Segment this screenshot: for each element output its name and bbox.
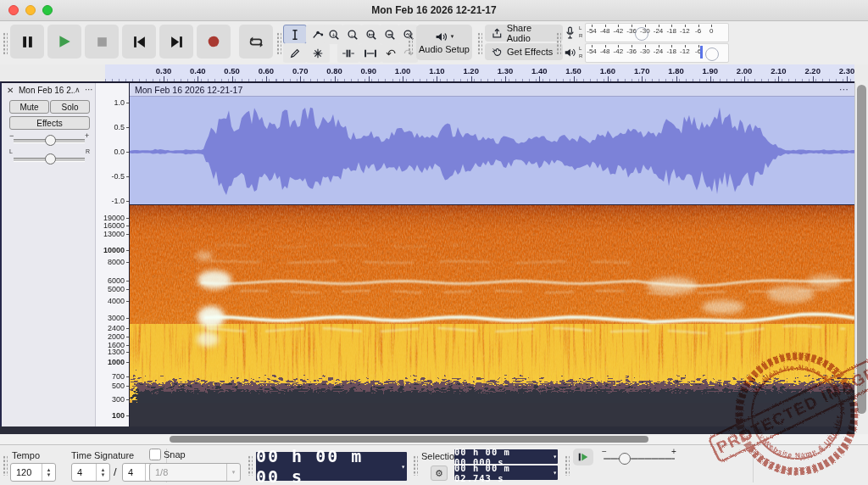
draw-tool-button[interactable]: [283, 43, 307, 63]
timeline-ruler[interactable]: 0.300.400.500.600.700.800.901.001.101.20…: [0, 64, 868, 81]
record-button[interactable]: [197, 25, 231, 59]
selection-tool-button[interactable]: [283, 25, 307, 44]
track-menu-icon[interactable]: ⋯: [85, 85, 93, 94]
meter-tick: [659, 25, 659, 27]
timeline-label: 0.30: [156, 66, 172, 75]
transport-toolbar-grip[interactable]: [3, 32, 8, 54]
selection-start-caret-icon[interactable]: ▾: [553, 453, 558, 460]
share-toolbar-grip[interactable]: [477, 32, 482, 54]
track-title-strip[interactable]: Mon Feb 16 2026 12-21-17 ⋯: [130, 83, 857, 97]
effects-button[interactable]: Effects: [9, 116, 90, 130]
tools-toolbar-grip[interactable]: [276, 32, 281, 54]
record-meter-left-label: L: [579, 25, 581, 31]
waveform-view[interactable]: [130, 97, 857, 204]
time-toolbar-grip[interactable]: [248, 455, 253, 476]
selection-start-field[interactable]: 00 h 00 m 00.000 s ▾: [454, 449, 558, 464]
clip-title: Mon Feb 16 2026 12-21-17: [135, 85, 242, 95]
snap-interval-value: 1/8: [150, 467, 226, 477]
play-button[interactable]: [47, 25, 81, 59]
wave-scale-label: 0.5: [114, 123, 125, 131]
multi-tool-button[interactable]: [306, 43, 330, 63]
trim-audio-button[interactable]: [337, 43, 359, 63]
share-audio-button[interactable]: Share Audio: [485, 25, 563, 42]
audio-setup-button[interactable]: ▾ Audio Setup: [416, 25, 472, 60]
time-signature-toolbar-grip[interactable]: [3, 455, 8, 476]
vertical-scale-ruler[interactable]: 1.00.50.0-0.5-1.019000160001300010000800…: [95, 83, 130, 426]
track-name[interactable]: Mon Feb 16 2...: [19, 86, 75, 95]
timeline-label: 1.30: [498, 66, 514, 75]
meter-toolbar-grip[interactable]: [556, 32, 561, 54]
selection-end-value[interactable]: 00 h 00 m 02.743 s: [454, 463, 549, 483]
horizontal-scrollbar[interactable]: [0, 434, 868, 444]
timeline-label: 2.20: [804, 66, 821, 75]
asterisk-icon: [312, 47, 324, 59]
selection-end-field[interactable]: 00 h 00 m 02.743 s ▾: [454, 465, 558, 480]
get-effects-button[interactable]: Get Effects: [485, 43, 563, 60]
zoom-out-button[interactable]: -: [342, 25, 362, 44]
mute-button[interactable]: Mute: [9, 100, 49, 114]
audio-setup-grip[interactable]: [408, 32, 413, 54]
stop-button[interactable]: [85, 25, 119, 59]
time-signature-stepper[interactable]: ▲▼: [96, 464, 109, 481]
select-caret-icon: ▾: [226, 464, 240, 481]
timeline-scale[interactable]: 0.300.400.500.600.700.800.901.001.101.20…: [105, 64, 854, 82]
waveform-graphic: [130, 97, 857, 204]
audio-position-value[interactable]: 00 h 00 m 00 s: [256, 446, 398, 485]
tempo-value[interactable]: 120: [11, 467, 42, 477]
spectrogram-scale-label: 16000: [103, 221, 125, 230]
timeline-label: 2.30: [839, 66, 855, 75]
time-signature-lower-value[interactable]: 4: [123, 467, 145, 477]
spectrogram-scale-label: 8000: [108, 258, 125, 266]
zoom-selection-button[interactable]: [361, 25, 381, 44]
selection-end-caret-icon[interactable]: ▾: [553, 469, 558, 477]
audio-position-display[interactable]: 00 h 00 m 00 s ▾: [256, 452, 407, 481]
skip-to-start-button[interactable]: [122, 25, 156, 59]
spectrogram-energy-blob: [767, 286, 815, 303]
play-at-speed-button[interactable]: [573, 449, 593, 465]
spectrogram-energy-blob: [647, 277, 698, 294]
section-divider: [753, 449, 754, 482]
play-at-speed-grip[interactable]: [565, 455, 570, 476]
pause-button[interactable]: [10, 25, 44, 59]
snap-checkbox[interactable]: [149, 449, 161, 460]
spectrogram-scale-label: 4000: [108, 297, 125, 305]
selection-toolbar-grip[interactable]: [413, 455, 418, 476]
spectrogram-energy-blob: [808, 275, 842, 288]
close-track-button[interactable]: ✕: [7, 86, 15, 95]
selection-settings-button[interactable]: ⚙: [431, 465, 448, 481]
zoom-in-button[interactable]: +: [324, 25, 343, 44]
meter-tick-label: -48: [600, 47, 610, 55]
timeline-label: 1.80: [668, 66, 684, 75]
timeline-label: 1.20: [463, 66, 479, 75]
collapse-track-icon[interactable]: ∧: [75, 86, 81, 94]
speed-slider-thumb[interactable]: [619, 453, 631, 465]
audio-setup-label: Audio Setup: [419, 44, 470, 54]
time-signature-upper-input[interactable]: 4 ▲▼: [71, 463, 110, 482]
skip-to-end-button[interactable]: [159, 25, 193, 59]
svg-text:+: +: [331, 31, 335, 37]
gain-slider-thumb[interactable]: [45, 135, 56, 146]
solo-button[interactable]: Solo: [50, 100, 90, 114]
zoom-toggle-button[interactable]: [380, 25, 399, 44]
vertical-scrollbar-thumb[interactable]: [857, 85, 866, 414]
meter-tick-label: -6: [695, 27, 701, 35]
spectrogram-scale-label: 1000: [108, 358, 125, 366]
meter-tick-label: 0: [709, 27, 713, 35]
time-signature-upper-value[interactable]: 4: [72, 467, 96, 477]
tempo-stepper[interactable]: ▲▼: [42, 464, 55, 481]
time-format-caret-icon[interactable]: ▾: [401, 463, 407, 471]
speed-slider-track[interactable]: [604, 458, 675, 460]
horizontal-scrollbar-thumb[interactable]: [170, 436, 648, 443]
pan-slider-thumb[interactable]: [45, 153, 56, 164]
loop-button[interactable]: [239, 25, 273, 59]
silence-audio-button[interactable]: [359, 43, 381, 63]
snap-interval-select[interactable]: 1/8 ▾: [149, 463, 241, 482]
clip-menu-icon[interactable]: ⋯: [839, 84, 849, 95]
recording-meter[interactable]: -54-48-42-36-30-24-18-12-60: [585, 23, 729, 42]
undo-button[interactable]: ↶: [381, 43, 400, 63]
tempo-input[interactable]: 120 ▲▼: [10, 463, 56, 482]
timeline-label: 0.60: [259, 66, 275, 75]
speed-max-label: +: [671, 447, 676, 456]
spectrogram-view[interactable]: [130, 204, 857, 427]
vertical-scrollbar[interactable]: [854, 81, 868, 434]
